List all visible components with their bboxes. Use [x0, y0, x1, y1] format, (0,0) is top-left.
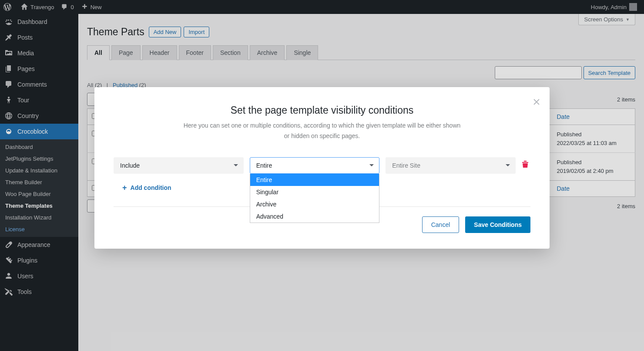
condition-target-value: Entire Site [386, 157, 516, 174]
delete-condition-button[interactable] [522, 160, 530, 170]
modal-close-button[interactable] [533, 97, 540, 108]
cancel-button[interactable]: Cancel [422, 216, 460, 233]
dropdown-option-archive[interactable]: Archive [250, 198, 379, 210]
condition-type-select[interactable]: Include [114, 157, 244, 174]
add-condition-label: Add condition [131, 184, 171, 191]
condition-target-select[interactable]: Entire Site [386, 157, 516, 174]
modal-subtitle: Here you can set one or multiple conditi… [183, 121, 461, 142]
trash-icon [522, 160, 529, 168]
conditions-modal: Set the page template visibility conditi… [94, 87, 550, 249]
condition-scope-select[interactable]: Entire Entire Singular Archive Advanced [250, 157, 380, 174]
save-conditions-button[interactable]: Save Conditions [465, 216, 530, 233]
condition-type-value: Include [114, 157, 244, 174]
scope-dropdown: Entire Singular Archive Advanced [250, 174, 380, 223]
dropdown-option-entire[interactable]: Entire [250, 174, 379, 186]
dropdown-option-advanced[interactable]: Advanced [250, 210, 379, 223]
plus-icon: + [122, 183, 127, 192]
dropdown-option-singular[interactable]: Singular [250, 186, 379, 198]
close-icon [533, 98, 540, 105]
modal-title: Set the page template visibility conditi… [114, 105, 530, 116]
condition-scope-value: Entire [250, 157, 380, 174]
condition-row: Include Entire Entire Singular Archive A… [114, 157, 530, 174]
